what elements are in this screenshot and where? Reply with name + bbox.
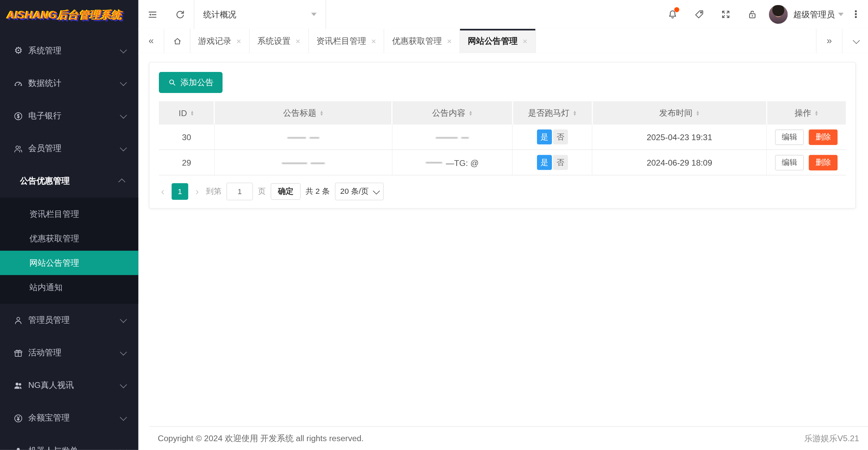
tab-item[interactable]: 网站公告管理× [460, 29, 536, 53]
column-header-label: 公告标题 [283, 108, 316, 118]
home-tab-button[interactable] [164, 29, 190, 53]
sort-icon[interactable]: ▲▼ [320, 110, 324, 116]
goto-page-input[interactable] [226, 183, 253, 200]
prev-page-button[interactable]: ‹ [159, 186, 167, 197]
robot-person-icon [13, 446, 23, 450]
sidebar-item-label: 机器人与发单 [28, 446, 120, 450]
chevron-down-icon [120, 316, 127, 323]
sort-icon[interactable]: ▲▼ [815, 110, 818, 116]
tab-options-button[interactable] [842, 29, 868, 53]
column-header-inner[interactable]: 发布时间▲▼ [593, 108, 765, 118]
sidebar-item[interactable]: 机器人与发单 [0, 434, 138, 450]
tab-list: 游戏记录×系统设置×资讯栏目管理×优惠获取管理×网站公告管理× [190, 29, 816, 53]
marquee-no-button[interactable]: 否 [553, 130, 568, 145]
confirm-page-button[interactable]: 确定 [271, 183, 300, 200]
nav-select[interactable]: 统计概况 [194, 0, 326, 29]
chevron-down-icon [120, 46, 127, 54]
scroll-tabs-left-button[interactable]: « [138, 29, 165, 53]
sort-icon[interactable]: ▲▼ [573, 110, 577, 116]
sidebar-subitem[interactable]: 站内通知 [0, 275, 138, 299]
sidebar-item-label: NG真人视讯 [28, 380, 120, 391]
sidebar-item[interactable]: 公告优惠管理 [0, 165, 138, 198]
sidebar-item-label: 余额宝管理 [28, 413, 120, 424]
sidebar-item[interactable]: 数据统计 [0, 67, 138, 99]
tabbar-right-controls: » [816, 29, 868, 53]
chevron-down-icon [120, 144, 127, 151]
marquee-yes-button[interactable]: 是 [537, 155, 552, 170]
gift-icon [13, 348, 23, 358]
marquee-yes-button[interactable]: 是 [537, 130, 552, 145]
lock-icon[interactable] [739, 0, 765, 29]
cell-publish-time: 2025-04-23 19:31 [592, 125, 767, 150]
version-text: 乐游娱乐V5.21 [804, 433, 859, 444]
redacted-text [282, 163, 325, 164]
redacted-text [287, 137, 319, 138]
sidebar-item-label: 会员管理 [28, 143, 120, 154]
collapse-sidebar-icon[interactable] [138, 0, 166, 29]
sidebar-submenu: 资讯栏目管理优惠获取管理网站公告管理站内通知 [0, 198, 138, 304]
next-page-button[interactable]: › [193, 186, 201, 197]
tab-item[interactable]: 系统设置× [250, 29, 309, 53]
sidebar-item[interactable]: 会员管理 [0, 132, 138, 165]
cell-content: —TG: @ [392, 150, 512, 175]
tab-item[interactable]: 游戏记录× [190, 29, 250, 53]
column-header-inner[interactable]: 公告标题▲▼ [216, 108, 391, 118]
tab-item[interactable]: 资讯栏目管理× [309, 29, 384, 53]
table-row: 29—TG: @是否2024-06-29 18:09编辑删除 [159, 150, 846, 175]
marquee-no-button[interactable]: 否 [553, 155, 568, 170]
notification-badge [674, 7, 679, 12]
add-announcement-button[interactable]: 添加公告 [159, 72, 223, 93]
cell-id: 30 [159, 125, 215, 150]
members-icon [13, 144, 23, 153]
tabbar: « 游戏记录×系统设置×资讯栏目管理×优惠获取管理×网站公告管理× » [138, 29, 868, 54]
bell-icon[interactable] [659, 0, 686, 29]
sidebar-item[interactable]: 余额宝管理 [0, 402, 138, 434]
chevron-down-icon [373, 187, 380, 194]
cell-publish-time: 2024-06-29 18:09 [592, 150, 767, 175]
user-menu[interactable]: 超级管理员 [793, 9, 844, 20]
people-icon [13, 380, 23, 390]
edit-button[interactable]: 编辑 [775, 129, 804, 145]
close-icon[interactable]: × [447, 37, 451, 45]
refresh-icon[interactable] [166, 0, 194, 29]
tab-item[interactable]: 优惠获取管理× [384, 29, 460, 53]
sort-icon[interactable]: ▲▼ [696, 110, 700, 116]
edit-button[interactable]: 编辑 [775, 155, 804, 170]
scroll-tabs-right-button[interactable]: » [816, 29, 842, 53]
redaction-mark [310, 137, 319, 138]
sort-icon[interactable]: ▲▼ [469, 110, 473, 116]
sidebar-item[interactable]: ⚙系统管理 [0, 34, 138, 67]
column-header: 是否跑马灯▲▼ [513, 101, 592, 124]
close-icon[interactable]: × [295, 37, 300, 45]
sidebar-item[interactable]: 活动管理 [0, 336, 138, 369]
sidebar-item[interactable]: 管理员管理 [0, 304, 138, 336]
sidebar-subitem[interactable]: 网站公告管理 [0, 251, 138, 275]
fullscreen-icon[interactable] [713, 0, 739, 29]
main-content: 添加公告 ID▲▼公告标题▲▼公告内容▲▼是否跑马灯▲▼发布时间▲▼操作▲▼ 3… [138, 53, 868, 450]
sidebar-subitem[interactable]: 资讯栏目管理 [0, 202, 138, 226]
sort-icon[interactable]: ▲▼ [190, 110, 194, 116]
per-page-value: 20 条/页 [340, 187, 369, 196]
delete-button[interactable]: 删除 [809, 155, 838, 170]
cell-actions: 编辑删除 [767, 150, 846, 175]
sidebar-item-label: 数据统计 [28, 78, 120, 89]
kebab-menu-icon[interactable]: ⋮ [844, 8, 868, 20]
close-icon[interactable]: × [236, 37, 241, 45]
chevron-down-icon [120, 447, 127, 450]
column-header-inner[interactable]: 公告内容▲▼ [393, 108, 512, 118]
table-row: 30是否2025-04-23 19:31编辑删除 [159, 125, 846, 150]
sidebar-item[interactable]: 电子银行 [0, 100, 138, 132]
close-icon[interactable]: × [523, 37, 528, 45]
column-header-inner[interactable]: ID▲▼ [160, 108, 214, 118]
delete-button[interactable]: 删除 [809, 129, 838, 145]
tag-icon[interactable] [686, 0, 712, 29]
column-header-inner[interactable]: 操作▲▼ [768, 108, 845, 118]
sidebar-subitem[interactable]: 优惠获取管理 [0, 226, 138, 251]
page-number-button[interactable]: 1 [172, 183, 188, 200]
user-avatar[interactable] [769, 5, 788, 24]
column-header: ID▲▼ [159, 101, 215, 124]
column-header-inner[interactable]: 是否跑马灯▲▼ [514, 108, 591, 118]
close-icon[interactable]: × [371, 37, 376, 45]
per-page-select[interactable]: 20 条/页 [335, 183, 384, 200]
sidebar-item[interactable]: NG真人视讯 [0, 369, 138, 402]
